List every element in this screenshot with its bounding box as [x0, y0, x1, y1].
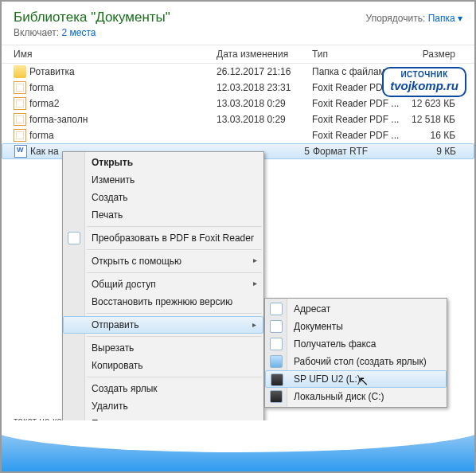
file-type: Foxit Reader PDF ... [312, 130, 408, 141]
menu-item[interactable]: Создать [63, 189, 263, 206]
sendto-label: Получатель факса [294, 338, 377, 350]
menu-item-label: Печать [92, 209, 123, 221]
menu-item[interactable]: Создать ярлык [63, 380, 263, 397]
col-modified[interactable]: Дата изменения [217, 49, 312, 60]
file-size: 16 КБ [408, 130, 463, 141]
sendto-item[interactable]: SP UFD U2 (L:) [265, 370, 447, 388]
rtf-icon [14, 145, 27, 158]
file-type: Foxit Reader PDF ... [312, 98, 408, 109]
sendto-item[interactable]: Документы [265, 318, 447, 335]
menu-item-label: Отправить [92, 319, 139, 330]
library-header: Библиотека "Документы" Включает: 2 места… [2, 2, 474, 45]
file-name: forma-заполн [29, 114, 88, 125]
menu-item[interactable]: Открыть [63, 154, 263, 171]
sort-control: Упорядочить: Папка ▾ [366, 13, 462, 24]
includes-link[interactable]: 2 места [62, 27, 96, 38]
menu-item[interactable]: Открыть с помощью [63, 252, 263, 270]
col-name[interactable]: Имя [2, 49, 217, 60]
menu-item-label: Общий доступ [92, 279, 156, 290]
menu-item-label: Открыть [92, 157, 133, 168]
column-headers[interactable]: Имя Дата изменения Тип Размер [2, 45, 474, 64]
pdfconv-icon [68, 232, 80, 244]
menu-item[interactable]: Изменить [63, 171, 263, 189]
usb-icon [271, 373, 283, 386]
file-name: forma [29, 130, 54, 141]
mail-icon [270, 303, 283, 315]
file-size: 9 КБ [408, 146, 464, 157]
file-row[interactable]: forma-заполн13.03.2018 0:29Foxit Reader … [2, 111, 474, 127]
sendto-item[interactable]: Рабочий стол (создать ярлык) [265, 353, 447, 370]
sort-value[interactable]: Папка ▾ [428, 13, 462, 24]
watermark-badge: ИСТОЧНИК tvojkomp.ru [382, 67, 466, 97]
file-type: Формат RTF [313, 146, 408, 157]
menu-item[interactable]: Восстановить прежнюю версию [63, 293, 263, 311]
col-size[interactable]: Размер [408, 49, 463, 60]
sendto-label: Рабочий стол (создать ярлык) [294, 356, 427, 367]
menu-item[interactable]: Вырезать [63, 339, 263, 357]
menu-separator [87, 272, 262, 273]
menu-item[interactable]: Копировать [63, 357, 263, 374]
fax-icon [270, 338, 283, 350]
file-name: forma2 [29, 98, 59, 109]
menu-item-label: Удалить [92, 401, 128, 412]
file-row[interactable]: formaFoxit Reader PDF ...16 КБ [2, 127, 474, 143]
menu-item-label: Изменить [92, 174, 135, 186]
sendto-label: SP UFD U2 (L:) [294, 373, 361, 385]
menu-separator [87, 313, 262, 314]
includes-line: Включает: 2 места [14, 27, 170, 38]
sendto-item[interactable]: Локальный диск (C:) [265, 388, 447, 405]
folder-icon [14, 65, 26, 78]
menu-item-label: Открыть с помощью [92, 256, 181, 267]
pdf-icon [14, 113, 26, 126]
file-type: Foxit Reader PDF ... [312, 114, 408, 125]
pdf-icon [14, 129, 26, 142]
menu-separator [87, 249, 262, 250]
menu-item-label: Создать ярлык [92, 383, 158, 394]
pdf-icon [14, 97, 26, 110]
sendto-label: Адресат [294, 303, 330, 315]
file-name: forma [29, 82, 54, 93]
menu-separator [87, 226, 262, 227]
menu-item-label: Преобразовать в PDF в Foxit Reader [92, 233, 254, 244]
menu-item[interactable]: Отправить [63, 316, 263, 334]
pdf-icon [14, 81, 26, 94]
sendto-item[interactable]: Адресат [265, 300, 447, 318]
menu-separator [87, 377, 262, 377]
decorative-wave [2, 433, 474, 471]
menu-item-label: Копировать [92, 360, 143, 371]
file-name: Ротавитка [29, 66, 75, 77]
disk-icon [270, 390, 283, 403]
file-modified: 26.12.2017 21:16 [217, 66, 312, 77]
menu-separator [87, 336, 262, 337]
sendto-label: Локальный диск (C:) [294, 391, 384, 402]
file-name: Как на [30, 146, 59, 157]
menu-item-label: Восстановить прежнюю версию [92, 296, 232, 307]
file-size: 12 518 КБ [408, 114, 463, 125]
col-type[interactable]: Тип [312, 49, 408, 60]
send-to-submenu[interactable]: АдресатДокументыПолучатель факсаРабочий … [264, 298, 447, 408]
menu-item[interactable]: Удалить [63, 397, 263, 415]
sendto-label: Документы [294, 321, 343, 332]
file-size: 12 623 КБ [408, 98, 463, 109]
sendto-item[interactable]: Получатель факса [265, 335, 447, 353]
file-modified: 13.03.2018 0:29 [217, 114, 312, 125]
menu-item-label: Создать [92, 192, 128, 203]
desktop-icon [270, 355, 283, 368]
menu-item-label: Вырезать [92, 342, 134, 354]
file-row[interactable]: forma213.03.2018 0:29Foxit Reader PDF ..… [2, 96, 474, 111]
library-title: Библиотека "Документы" [14, 10, 170, 25]
menu-item[interactable]: Преобразовать в PDF в Foxit Reader [63, 229, 263, 247]
docs-icon [270, 320, 283, 333]
file-modified: 13.03.2018 0:29 [217, 98, 312, 109]
file-modified: 12.03.2018 23:31 [217, 82, 312, 93]
menu-item[interactable]: Общий доступ [63, 276, 263, 293]
menu-item[interactable]: Печать [63, 206, 263, 224]
